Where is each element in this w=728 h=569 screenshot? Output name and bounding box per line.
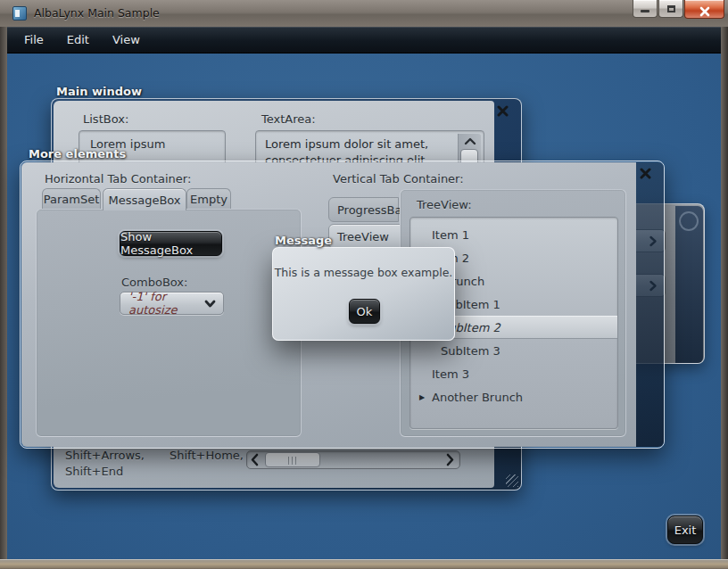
treeview-label: TreeView: — [417, 198, 472, 211]
combobox[interactable]: '-1' for autosize — [120, 292, 224, 315]
chevron-down-icon — [204, 300, 223, 308]
minimize-icon — [641, 10, 649, 12]
app-icon — [12, 6, 27, 21]
thumb-grip — [288, 457, 298, 465]
close-icon — [699, 4, 710, 21]
resize-grip[interactable] — [506, 474, 518, 487]
message-dialog-title: Message — [275, 234, 332, 247]
menu-item-edit[interactable]: Edit — [55, 29, 101, 51]
ok-button[interactable]: Ok — [349, 299, 380, 324]
tab-paramset[interactable]: ParamSet — [42, 188, 101, 210]
scroll-up-icon[interactable] — [464, 137, 476, 145]
app-window: AlbaLynx Main Sample FileEditView ListBo… — [0, 0, 728, 569]
window-title: AlbaLynx Main Sample — [34, 6, 160, 20]
tab-treeview[interactable]: TreeView — [328, 224, 401, 249]
maximize-button[interactable] — [658, 0, 683, 18]
circle-decoration-icon — [679, 211, 699, 231]
horizontal-scrollbar[interactable] — [246, 450, 460, 469]
textarea-label: TextArea: — [261, 112, 316, 126]
minimize-button[interactable] — [633, 0, 658, 18]
messagebox-tab-panel: Show MessageBox ComboBox: '-1' for autos… — [36, 209, 302, 437]
tab-progressbar[interactable]: ProgressBar — [328, 197, 399, 222]
listbox-label: ListBox: — [83, 112, 128, 126]
scrollbar-thumb[interactable] — [265, 452, 320, 467]
tab-empty[interactable]: Empty — [186, 188, 231, 210]
combobox-value: '-1' for autosize — [120, 290, 204, 317]
window-side-strip — [675, 206, 703, 363]
tab-messagebox[interactable]: MessageBox — [103, 188, 186, 210]
main-window-title: Main window — [56, 85, 142, 98]
horizontal-tab-container-label: Horizontal Tab Container: — [45, 172, 191, 186]
tree-row[interactable]: Item 3 — [410, 362, 617, 385]
exit-button[interactable]: Exit — [667, 515, 703, 544]
show-messagebox-button[interactable]: Show MessageBox — [120, 231, 222, 256]
tree-row-label: Item 3 — [410, 367, 469, 381]
tree-row-label: Item 1 — [410, 228, 469, 242]
menu-item-file[interactable]: File — [12, 29, 55, 51]
more-window-title: More elements — [29, 147, 126, 161]
message-dialog: This is a message box example. Ok — [272, 247, 455, 341]
expander-right-icon[interactable]: ▶ — [419, 393, 430, 401]
titlebar[interactable]: AlbaLynx Main Sample — [0, 0, 728, 27]
window-side-strip — [636, 162, 664, 447]
tree-row[interactable]: ▶Another Brunch — [410, 385, 617, 408]
message-text: This is a message box example. — [273, 266, 454, 279]
close-button[interactable] — [684, 0, 724, 19]
tree-row-label: SubItem 3 — [410, 344, 500, 358]
more-window-close-icon[interactable] — [640, 168, 654, 182]
maximize-icon — [667, 5, 675, 12]
combobox-label: ComboBox: — [121, 276, 187, 289]
menu-item-view[interactable]: View — [101, 29, 152, 51]
scroll-left-icon[interactable] — [250, 453, 260, 466]
tree-row[interactable]: Item 1 — [410, 223, 617, 246]
frame-right-border — [721, 27, 728, 562]
frame-left-border — [0, 27, 7, 562]
main-window-close-icon[interactable] — [497, 105, 511, 120]
frame-bottom-border — [0, 559, 728, 569]
menu-bar: FileEditView — [7, 27, 721, 54]
shortcut-text: Shift+Home, — [170, 449, 244, 462]
shortcut-text: Shift+Arrows, — [65, 449, 145, 462]
vertical-tab-container-label: Vertical Tab Container: — [333, 172, 464, 186]
tree-row[interactable]: SubItem 3 — [410, 339, 617, 362]
shortcut-text: Shift+End — [65, 465, 123, 478]
scroll-right-icon[interactable] — [445, 453, 455, 466]
